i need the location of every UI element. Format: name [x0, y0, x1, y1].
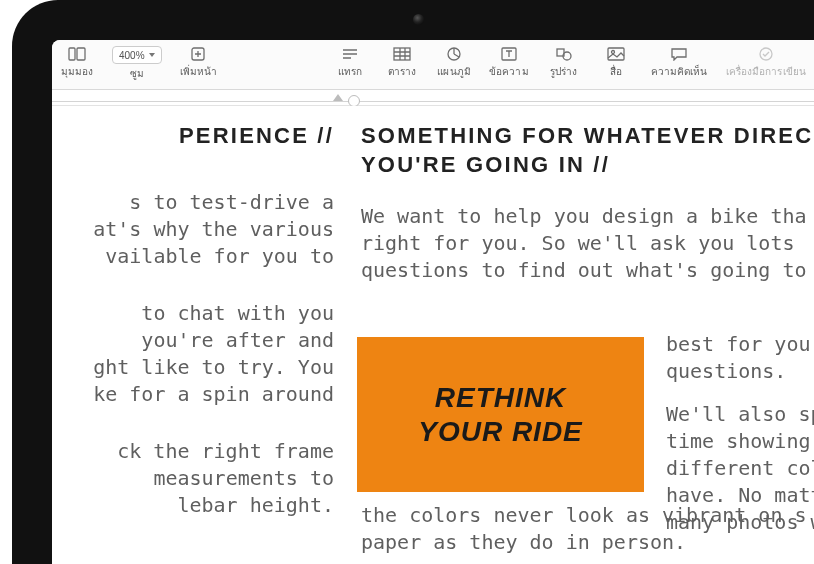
- svg-rect-0: [69, 48, 75, 60]
- callout-box[interactable]: RETHINK YOUR RIDE: [357, 337, 644, 492]
- zoom-button[interactable]: 400% ซูม: [112, 46, 162, 81]
- chart-icon: [444, 46, 464, 62]
- left-paragraph-3[interactable]: ck the right frame measurements to lebar…: [52, 438, 334, 519]
- chevron-down-icon: [149, 53, 155, 57]
- writer-tools-icon: [756, 46, 776, 62]
- zoom-value: 400%: [119, 50, 145, 61]
- table-icon: [392, 46, 412, 62]
- shape-label: รูปร่าง: [550, 64, 578, 79]
- media-button[interactable]: สื่อ: [599, 46, 633, 79]
- add-page-button[interactable]: เพิ่มหน้า: [180, 46, 218, 81]
- comment-button[interactable]: ความคิดเห็น: [651, 46, 708, 79]
- svg-rect-8: [394, 48, 410, 60]
- left-paragraph-2[interactable]: to chat with you you're after and ght li…: [52, 300, 334, 408]
- writer-tools-label: เครื่องมือการเขียน: [726, 64, 806, 79]
- right-paragraph-1[interactable]: We want to help you design a bike tha ri…: [357, 203, 814, 284]
- text-label: ข้อความ: [489, 64, 529, 79]
- insert-icon: [340, 46, 360, 62]
- chart-button[interactable]: แผนภูมิ: [437, 46, 471, 79]
- ruler-tab-marker[interactable]: [333, 94, 343, 101]
- svg-point-21: [760, 48, 772, 60]
- table-button[interactable]: ตาราง: [385, 46, 419, 79]
- app-window: มุมมอง 400% ซูม เพิ่มหน้า: [52, 40, 814, 564]
- left-column: PERIENCE // s to test-drive a at's why t…: [52, 106, 342, 564]
- right-below-box-text[interactable]: the colors never look as vibrant on s pa…: [361, 502, 814, 556]
- zoom-value-box[interactable]: 400%: [112, 46, 162, 64]
- document-canvas[interactable]: PERIENCE // s to test-drive a at's why t…: [52, 106, 814, 564]
- text-button[interactable]: ข้อความ: [489, 46, 529, 79]
- right-wrap-line1: best for you. questions.: [666, 331, 814, 385]
- svg-point-20: [611, 51, 614, 54]
- plus-icon: [188, 46, 208, 62]
- right-paragraph-3: the colors never look as vibrant on s pa…: [361, 502, 814, 556]
- writer-tools-button[interactable]: เครื่องมือการเขียน: [726, 46, 806, 79]
- comment-label: ความคิดเห็น: [651, 64, 708, 79]
- svg-rect-1: [77, 48, 85, 60]
- left-paragraph-1[interactable]: s to test-drive a at's why the various v…: [52, 189, 334, 270]
- add-page-label: เพิ่มหน้า: [180, 64, 218, 79]
- device-bezel: มุมมอง 400% ซูม เพิ่มหน้า: [12, 0, 814, 564]
- table-label: ตาราง: [388, 64, 417, 79]
- right-heading[interactable]: SOMETHING FOR WHATEVER DIREC YOU'RE GOIN…: [357, 122, 814, 179]
- view-icon: [67, 46, 87, 62]
- left-heading[interactable]: PERIENCE //: [52, 122, 334, 151]
- text-icon: [499, 46, 519, 62]
- ruler-line: [52, 101, 814, 102]
- ruler[interactable]: [52, 90, 814, 106]
- view-label: มุมมอง: [61, 64, 94, 79]
- media-icon: [606, 46, 626, 62]
- insert-label: แทรก: [338, 64, 362, 79]
- callout-text: RETHINK YOUR RIDE: [418, 381, 583, 448]
- shape-icon: [554, 46, 574, 62]
- chart-label: แผนภูมิ: [437, 64, 471, 79]
- view-button[interactable]: มุมมอง: [60, 46, 94, 81]
- comment-icon: [669, 46, 689, 62]
- media-label: สื่อ: [610, 64, 622, 79]
- insert-button[interactable]: แทรก: [333, 46, 367, 79]
- toolbar: มุมมอง 400% ซูม เพิ่มหน้า: [52, 40, 814, 90]
- camera-dot: [413, 14, 424, 25]
- zoom-label: ซูม: [130, 66, 144, 81]
- shape-button[interactable]: รูปร่าง: [547, 46, 581, 79]
